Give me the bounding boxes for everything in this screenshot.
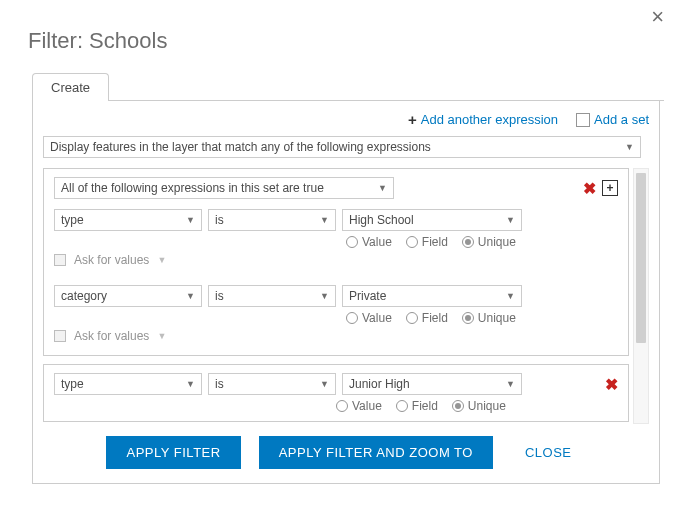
ask-values-row[interactable]: Ask for values ▼ — [54, 329, 618, 343]
value-dropdown[interactable]: Junior High ▼ — [342, 373, 522, 395]
radio-value[interactable]: Value — [346, 311, 392, 325]
add-expression-link[interactable]: + Add another expression — [408, 111, 558, 128]
field-dropdown[interactable]: type ▼ — [54, 209, 202, 231]
add-set-label: Add a set — [594, 112, 649, 127]
close-icon[interactable]: × — [651, 6, 664, 28]
operator-dropdown[interactable]: is ▼ — [208, 373, 336, 395]
delete-set-icon[interactable]: ✖ — [583, 179, 596, 198]
chevron-down-icon: ▼ — [186, 215, 195, 225]
expression-scroll: All of the following expressions in this… — [43, 168, 649, 424]
checkbox-icon — [54, 254, 66, 266]
match-dropdown[interactable]: Display features in the layer that match… — [43, 136, 641, 158]
value-dropdown[interactable]: Private ▼ — [342, 285, 522, 307]
expression-set: All of the following expressions in this… — [43, 168, 629, 356]
operator-dropdown[interactable]: is ▼ — [208, 209, 336, 231]
checkbox-icon — [54, 330, 66, 342]
tab-create[interactable]: Create — [32, 73, 109, 101]
radio-field[interactable]: Field — [396, 399, 438, 413]
field-dropdown[interactable]: type ▼ — [54, 373, 202, 395]
operator-dropdown[interactable]: is ▼ — [208, 285, 336, 307]
set-match-dropdown[interactable]: All of the following expressions in this… — [54, 177, 394, 199]
chevron-down-icon: ▼ — [506, 379, 515, 389]
chevron-down-icon: ▼ — [506, 215, 515, 225]
value-dropdown[interactable]: High School ▼ — [342, 209, 522, 231]
radio-field[interactable]: Field — [406, 311, 448, 325]
chevron-down-icon: ▼ — [320, 379, 329, 389]
panel: + Add another expression Add a set Displ… — [32, 101, 660, 484]
set-checkbox-icon — [576, 113, 590, 127]
tab-bar: Create — [32, 72, 664, 101]
chevron-down-icon: ▼ — [157, 255, 166, 265]
radio-value[interactable]: Value — [336, 399, 382, 413]
footer: APPLY FILTER APPLY FILTER AND ZOOM TO CL… — [43, 436, 649, 469]
add-set-link[interactable]: Add a set — [576, 112, 649, 127]
close-button[interactable]: CLOSE — [511, 436, 586, 469]
radio-unique[interactable]: Unique — [452, 399, 506, 413]
plus-icon: + — [408, 111, 417, 128]
add-to-set-icon[interactable]: + — [602, 180, 618, 196]
scrollbar[interactable] — [633, 168, 649, 424]
radio-unique[interactable]: Unique — [462, 311, 516, 325]
radio-unique[interactable]: Unique — [462, 235, 516, 249]
chevron-down-icon: ▼ — [186, 379, 195, 389]
delete-expression-icon[interactable]: ✖ — [605, 375, 618, 394]
chevron-down-icon: ▼ — [157, 331, 166, 341]
chevron-down-icon: ▼ — [320, 291, 329, 301]
expression-row: type ▼ is ▼ High School ▼ — [54, 209, 618, 267]
field-dropdown[interactable]: category ▼ — [54, 285, 202, 307]
chevron-down-icon: ▼ — [506, 291, 515, 301]
apply-filter-zoom-button[interactable]: APPLY FILTER AND ZOOM TO — [259, 436, 493, 469]
expression-row: ✖ type ▼ is ▼ Junior High ▼ — [43, 364, 629, 422]
radio-value[interactable]: Value — [346, 235, 392, 249]
apply-filter-button[interactable]: APPLY FILTER — [106, 436, 240, 469]
dialog-title: Filter: Schools — [28, 28, 664, 54]
chevron-down-icon: ▼ — [378, 183, 387, 193]
match-label: Display features in the layer that match… — [50, 140, 431, 154]
scroll-thumb[interactable] — [636, 173, 646, 343]
ask-values-row[interactable]: Ask for values ▼ — [54, 253, 618, 267]
chevron-down-icon: ▼ — [186, 291, 195, 301]
set-match-label: All of the following expressions in this… — [61, 181, 324, 195]
chevron-down-icon: ▼ — [320, 215, 329, 225]
expression-list: All of the following expressions in this… — [43, 168, 629, 424]
expression-row: category ▼ is ▼ Private ▼ — [54, 285, 618, 343]
chevron-down-icon: ▼ — [625, 142, 634, 152]
filter-dialog: × Filter: Schools Create + Add another e… — [28, 6, 664, 484]
add-expression-label: Add another expression — [421, 112, 558, 127]
top-actions: + Add another expression Add a set — [43, 111, 649, 128]
radio-field[interactable]: Field — [406, 235, 448, 249]
